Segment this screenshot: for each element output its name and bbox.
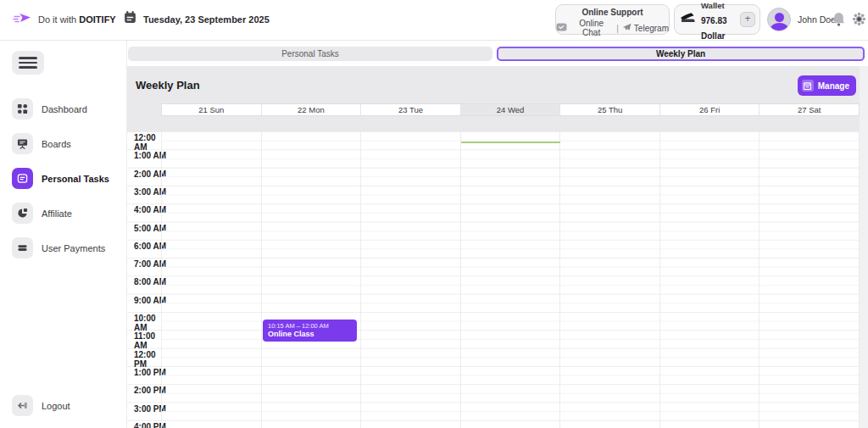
tab-bar: Personal Tasks Weekly Plan <box>128 47 865 61</box>
day-column-tue[interactable] <box>360 131 460 428</box>
user-name: John Doe <box>798 14 836 25</box>
logo-text: Do it with DOITIFY <box>38 14 116 25</box>
app-logo[interactable]: Do it with DOITIFY <box>12 12 116 27</box>
manage-button[interactable]: Manage <box>798 75 856 96</box>
sidebar-item-dashboard[interactable]: Dashboard <box>0 95 126 123</box>
profile-menu[interactable]: John Doe <box>767 8 836 31</box>
avatar <box>767 8 791 31</box>
day-header-tue: 23 Tue <box>361 104 461 115</box>
day-column-fri[interactable] <box>659 131 760 428</box>
logout-button[interactable]: Logout <box>12 395 70 416</box>
affiliate-icon <box>12 203 33 224</box>
event-title: Online Class <box>268 330 352 339</box>
manage-icon <box>802 80 814 92</box>
sidebar-item-boards[interactable]: Boards <box>0 130 126 158</box>
sidebar-item-label: Personal Tasks <box>42 174 109 184</box>
calendar-grid: 12:00 AM 1:00 AM 2:00 AM 3:00 AM 4:00 AM… <box>127 131 860 428</box>
day-header-thu: 25 Thu <box>560 104 660 115</box>
wallet-icon <box>679 11 697 29</box>
day-header-row: 21 Sun 22 Mon 23 Tue 24 Wed 25 Thu 26 Fr… <box>161 103 860 116</box>
logout-icon <box>12 395 33 416</box>
wallet-title: Wallet <box>701 1 725 10</box>
sidebar-item-label: Dashboard <box>42 104 87 114</box>
telegram-icon <box>622 23 632 34</box>
wallet-card: Wallet 976.83 Dollar + <box>674 4 760 35</box>
theme-toggle-icon[interactable] <box>852 12 866 30</box>
scrollbar-track[interactable] <box>860 66 868 428</box>
chat-icon <box>556 23 567 33</box>
online-chat-link[interactable]: Online Chat <box>556 19 613 37</box>
sidebar-item-label: User Payments <box>42 243 105 253</box>
sidebar-item-user-payments[interactable]: User Payments <box>0 234 126 262</box>
sidebar-item-label: Affiliate <box>42 208 72 219</box>
day-columns <box>161 131 860 428</box>
date-text: Tuesday, 23 September 2025 <box>143 14 270 25</box>
boards-icon <box>12 133 33 154</box>
main-content: Personal Tasks Weekly Plan Weekly Plan M… <box>127 41 868 428</box>
current-time-line <box>461 142 560 143</box>
day-header-wed: 24 Wed <box>461 104 561 115</box>
wallet-add-button[interactable]: + <box>740 12 755 27</box>
panel-title: Weekly Plan <box>136 79 200 92</box>
sidebar-item-label: Boards <box>42 139 71 149</box>
day-column-sat[interactable] <box>759 131 860 428</box>
personal-tasks-icon <box>12 168 33 189</box>
event-online-class[interactable]: 10:15 AM – 12:00 AM Online Class <box>263 320 357 342</box>
day-column-sun[interactable] <box>161 131 261 428</box>
calendar-icon <box>123 10 137 28</box>
sidebar-item-personal-tasks[interactable]: Personal Tasks <box>0 164 126 192</box>
day-column-wed[interactable] <box>460 131 560 428</box>
day-column-thu[interactable] <box>559 131 659 428</box>
notifications-bell-icon[interactable] <box>832 12 845 30</box>
day-header-sat: 27 Sat <box>760 104 859 115</box>
logout-label: Logout <box>42 401 70 411</box>
sidebar-item-affiliate[interactable]: Affiliate <box>0 199 126 227</box>
tab-weekly-plan[interactable]: Weekly Plan <box>497 47 865 61</box>
menu-toggle-button[interactable] <box>12 51 44 75</box>
dashboard-icon <box>12 98 33 120</box>
day-column-mon[interactable] <box>261 131 361 428</box>
day-header-mon: 22 Mon <box>262 104 362 115</box>
current-date: Tuesday, 23 September 2025 <box>123 10 270 28</box>
wallet-balance: 976.83 Dollar <box>701 16 727 41</box>
weekly-plan-header: Weekly Plan Manage 21 Sun 22 Mon 23 Tue … <box>127 66 860 131</box>
day-header-fri: 26 Fri <box>660 104 760 115</box>
telegram-label: Telegram <box>634 24 669 33</box>
day-header-sun: 21 Sun <box>162 104 262 115</box>
logo-arrow-icon <box>12 12 32 27</box>
online-support-title: Online Support <box>556 8 669 17</box>
support-divider: | <box>616 24 619 33</box>
user-payments-icon <box>12 237 33 258</box>
online-chat-label: Online Chat <box>570 19 613 37</box>
event-time: 10:15 AM – 12:00 AM <box>268 322 352 330</box>
sidebar-menu: Dashboard Boards Personal Tasks Affiliat… <box>0 95 126 262</box>
top-bar: Do it with DOITIFY Tuesday, 23 September… <box>0 0 868 41</box>
tab-personal-tasks[interactable]: Personal Tasks <box>128 47 492 61</box>
telegram-link[interactable]: Telegram <box>622 23 669 34</box>
weekly-plan-panel: Weekly Plan Manage 21 Sun 22 Mon 23 Tue … <box>127 66 860 428</box>
manage-label: Manage <box>818 81 849 91</box>
sidebar: Dashboard Boards Personal Tasks Affiliat… <box>0 41 127 428</box>
online-support-card: Online Support Online Chat | Telegram <box>555 4 670 35</box>
